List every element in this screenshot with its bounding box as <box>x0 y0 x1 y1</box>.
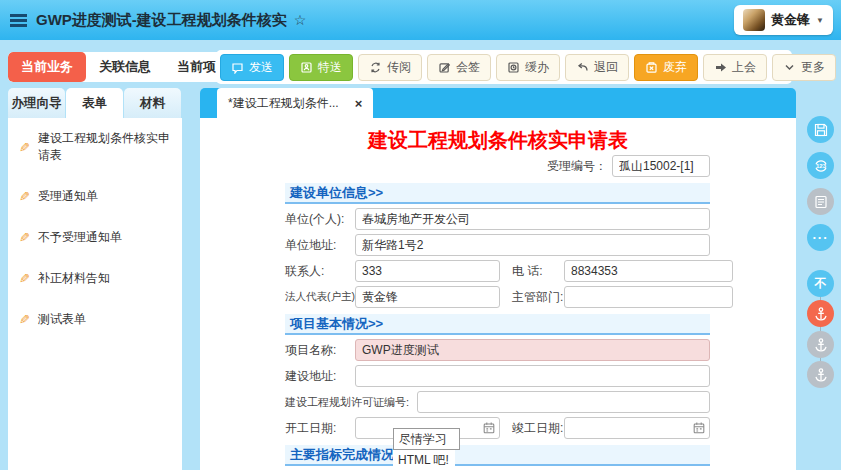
svg-text:123: 123 <box>815 163 826 169</box>
sidebar-item-label: 测试表单 <box>38 311 86 328</box>
legal-rep-label: 法人代表(户主): <box>285 290 355 304</box>
project-name-label: 项目名称: <box>285 342 355 359</box>
return-icon <box>576 61 589 74</box>
license-no-input[interactable] <box>417 391 710 413</box>
tab-current-business[interactable]: 当前业务 <box>8 52 86 82</box>
special-send-button[interactable]: 特送 <box>289 54 353 81</box>
tab-material[interactable]: 材料 <box>124 88 181 118</box>
countersign-button[interactable]: 会签 <box>427 54 491 81</box>
dept-label: 主管部门: <box>512 289 564 306</box>
accept-number-input[interactable] <box>612 155 710 177</box>
unit-address-input[interactable] <box>355 234 710 256</box>
unit-input[interactable] <box>355 208 710 230</box>
anchor-button[interactable] <box>807 331 834 358</box>
document-tab-label: *建设工程规划条件... <box>228 95 339 112</box>
postpone-button[interactable]: 缓办 <box>496 54 560 81</box>
more-label: 更多 <box>801 59 825 76</box>
postpone-icon <box>507 61 520 74</box>
legal-rep-input[interactable] <box>355 286 500 308</box>
calendar-icon[interactable] <box>482 421 496 435</box>
hamburger-menu-icon[interactable] <box>10 14 27 27</box>
phone-input[interactable] <box>564 260 733 282</box>
anchor-icon <box>813 306 829 322</box>
print-button[interactable] <box>807 188 834 215</box>
calendar-icon[interactable] <box>692 421 706 435</box>
recalculate-icon: 123 <box>813 158 829 174</box>
special-send-label: 特送 <box>318 59 342 76</box>
tab-related-info[interactable]: 关联信息 <box>86 52 164 82</box>
discard-label: 废弃 <box>663 59 687 76</box>
favorite-star-icon[interactable]: ☆ <box>294 12 307 28</box>
section-header-unit-info[interactable]: 建设单位信息>> <box>285 183 710 204</box>
form-row-legal-dept: 法人代表(户主): 主管部门: <box>285 286 710 308</box>
to-meeting-icon <box>714 61 727 74</box>
anchor-button-active[interactable] <box>807 300 834 327</box>
tab-form[interactable]: 表单 <box>66 88 123 118</box>
return-button[interactable]: 退回 <box>565 54 629 81</box>
more-actions-button[interactable]: ··· <box>807 224 834 251</box>
form-title: 建设工程规划条件核实申请表 <box>200 128 796 152</box>
business-nav-tabs: 当前业务 关联信息 当前项目 <box>8 52 242 82</box>
tooltip: 尽情学习 HTML 吧! <box>393 428 460 468</box>
contact-input[interactable] <box>355 260 500 282</box>
document-tab[interactable]: *建设工程规划条件... × <box>217 88 373 118</box>
anchor-button[interactable] <box>807 361 834 388</box>
section-header-project-info[interactable]: 项目基本情况>> <box>285 314 710 335</box>
to-meeting-button[interactable]: 上会 <box>703 54 767 81</box>
form-row-project-name: 项目名称: <box>285 339 710 361</box>
circulate-label: 传阅 <box>387 59 411 76</box>
sidebar-item-label: 补正材料告知 <box>38 270 110 287</box>
anchor-icon <box>813 337 829 353</box>
save-icon <box>813 122 829 138</box>
anchor-icon <box>813 367 829 383</box>
document-tab-strip: *建设工程规划条件... × <box>200 88 796 118</box>
special-send-icon <box>300 61 313 74</box>
tab-guide[interactable]: 办理向导 <box>8 88 65 118</box>
discard-button[interactable]: 废弃 <box>634 54 698 81</box>
recalculate-button[interactable]: 123 <box>807 152 834 179</box>
phone-label: 电 话: <box>512 263 564 280</box>
unit-label: 单位(个人): <box>285 211 355 228</box>
sidebar-item-label: 受理通知单 <box>38 188 98 205</box>
top-icon: 不 <box>815 275 827 292</box>
tooltip-line1: 尽情学习 <box>393 428 460 450</box>
pencil-icon: ✎ <box>19 313 30 326</box>
section-header-indicators[interactable]: 主要指标完成情况>> <box>285 445 710 466</box>
sidebar-item-accept-notice[interactable]: ✎ 受理通知单 <box>8 176 182 217</box>
build-address-input[interactable] <box>355 365 710 387</box>
sidebar-item-label: 不予受理通知单 <box>38 229 122 246</box>
more-button[interactable]: 更多 <box>772 54 836 81</box>
close-icon[interactable]: × <box>355 96 363 111</box>
sidebar-item-reject-notice[interactable]: ✎ 不予受理通知单 <box>8 217 182 258</box>
send-label: 发送 <box>249 59 273 76</box>
circulate-button[interactable]: 传阅 <box>358 54 422 81</box>
top-anchor-button[interactable]: 不 <box>807 270 834 297</box>
sidebar-item-supplement-notice[interactable]: ✎ 补正材料告知 <box>8 258 182 299</box>
more-icon: ··· <box>813 233 829 243</box>
save-button[interactable] <box>807 116 834 143</box>
return-label: 退回 <box>594 59 618 76</box>
postpone-label: 缓办 <box>525 59 549 76</box>
send-icon <box>231 61 244 74</box>
countersign-icon <box>438 61 451 74</box>
accept-number-label: 受理编号： <box>547 158 607 175</box>
avatar <box>743 9 765 31</box>
contact-label: 联系人: <box>285 263 355 280</box>
to-meeting-label: 上会 <box>732 59 756 76</box>
project-name-input[interactable] <box>355 339 710 361</box>
chevron-down-icon: ▼ <box>816 16 824 25</box>
end-date-field <box>564 417 710 439</box>
sidebar-item-label: 建设工程规划条件核实申请表 <box>38 130 171 164</box>
user-menu[interactable]: 黄金锋 ▼ <box>734 5 833 35</box>
end-date-input[interactable] <box>564 417 710 439</box>
countersign-label: 会签 <box>456 59 480 76</box>
app-header: GWP进度测试-建设工程规划条件核实 ☆ 黄金锋 ▼ <box>0 0 841 40</box>
sidebar-item-test-form[interactable]: ✎ 测试表单 <box>8 299 182 340</box>
form-panel: 建设工程规划条件核实申请表 受理编号： 建设单位信息>> 单位(个人): 单位地… <box>200 118 796 470</box>
form-row-dates: 开工日期: 竣工日期: <box>285 417 710 439</box>
send-button[interactable]: 发送 <box>220 54 284 81</box>
pencil-icon: ✎ <box>19 190 30 203</box>
dept-input[interactable] <box>564 286 733 308</box>
sidebar-item-apply-form[interactable]: ✎ 建设工程规划条件核实申请表 <box>8 118 182 176</box>
user-name: 黄金锋 <box>771 11 810 29</box>
